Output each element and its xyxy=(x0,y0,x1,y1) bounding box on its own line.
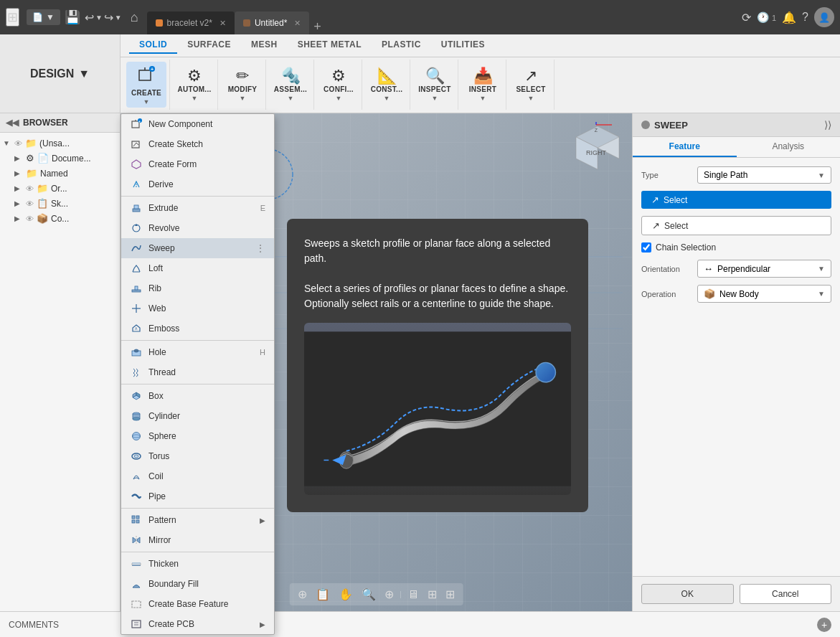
menu-item-pipe[interactable]: Pipe xyxy=(121,486,274,506)
ok-button[interactable]: OK xyxy=(641,584,734,604)
autom-button[interactable]: ⚙ AUTOM... ▼ xyxy=(174,62,214,108)
path-select-button[interactable]: ↗ Select xyxy=(641,216,831,235)
notification-button[interactable]: 🔔 xyxy=(782,11,796,24)
type-dropdown[interactable]: Single Path ▼ xyxy=(697,166,831,184)
menu-item-sphere[interactable]: Sphere xyxy=(121,426,274,446)
canvas-button[interactable]: ⊞ xyxy=(443,586,458,603)
select-button[interactable]: ↗ SELECT ▼ xyxy=(511,62,551,108)
help-button[interactable]: ? xyxy=(802,11,808,24)
menu-item-sweep[interactable]: Sweep ⋮ xyxy=(121,238,274,258)
view-cube[interactable]: RIGHT Z xyxy=(569,119,626,176)
menu-item-cylinder[interactable]: Cylinder xyxy=(121,406,274,426)
sub-tab-utilities[interactable]: UTILITIES xyxy=(431,37,495,54)
new-tab-button[interactable]: + xyxy=(309,19,326,34)
create-sketch-label: Create Sketch xyxy=(148,139,265,149)
tab-bracelet[interactable]: bracelet v2* ✕ xyxy=(147,11,235,34)
inspect-button[interactable]: 🔍 INSPECT ▼ xyxy=(415,62,455,108)
menu-item-thread[interactable]: Thread xyxy=(121,362,274,382)
root-eye[interactable]: 👁 xyxy=(14,139,22,148)
menu-item-boundary-fill[interactable]: Boundary Fill xyxy=(121,574,274,594)
origin-eye[interactable]: 👁 xyxy=(26,184,34,193)
grid-icon[interactable]: ⊞ xyxy=(6,8,19,27)
tree-item-document[interactable]: ▶ ⚙ 📄 Docume... xyxy=(0,151,120,166)
zoom-button[interactable]: 🔍 xyxy=(359,586,379,603)
redo-button[interactable]: ↪ xyxy=(104,11,113,24)
add-comment-button[interactable]: + xyxy=(817,618,831,632)
save-button[interactable]: 💾 xyxy=(65,9,80,25)
menu-item-mirror[interactable]: Mirror xyxy=(121,530,274,550)
orbit-button[interactable]: ⊕ xyxy=(295,586,310,603)
file-button[interactable]: 📄 ▼ xyxy=(27,9,60,25)
avatar[interactable]: 👤 xyxy=(814,7,834,27)
menu-item-derive[interactable]: Derive xyxy=(121,174,274,194)
sketch-eye[interactable]: 👁 xyxy=(26,199,34,208)
menu-item-create-form[interactable]: Create Form xyxy=(121,154,274,174)
tree-item-origin[interactable]: ▶ 👁 📁 Or... xyxy=(0,181,120,196)
menu-item-new-component[interactable]: + New Component xyxy=(121,114,274,134)
component-eye[interactable]: 👁 xyxy=(26,214,34,223)
redo-arrow[interactable]: ▼ xyxy=(115,11,122,24)
tab-untitled-close[interactable]: ✕ xyxy=(294,19,301,28)
tree-item-sketch[interactable]: ▶ 👁 📋 Sk... xyxy=(0,196,120,211)
menu-item-torus[interactable]: Torus xyxy=(121,446,274,466)
chain-checkbox[interactable] xyxy=(641,242,651,253)
modify-button[interactable]: ✏ MODIFY ▼ xyxy=(222,62,263,108)
menu-item-coil[interactable]: Coil xyxy=(121,466,274,486)
pattern-label: Pattern xyxy=(148,515,254,525)
menu-item-web[interactable]: Web xyxy=(121,298,274,318)
browser-toggle[interactable]: ◀◀ xyxy=(6,118,19,128)
sub-tab-solid[interactable]: SOLID xyxy=(129,37,177,54)
home-button[interactable]: ⌂ xyxy=(126,7,143,28)
pan-button[interactable]: 📋 xyxy=(313,586,333,603)
sweep-tab-feature[interactable]: Feature xyxy=(633,137,737,157)
tree-item-named[interactable]: ▶ 📁 Named xyxy=(0,166,120,181)
menu-item-pattern[interactable]: Pattern ▶ xyxy=(121,510,274,530)
sub-tab-sheet-metal[interactable]: SHEET METAL xyxy=(288,37,372,54)
sub-tab-surface[interactable]: SURFACE xyxy=(177,37,241,54)
sub-tab-mesh[interactable]: MESH xyxy=(241,37,288,54)
menu-item-create-pcb[interactable]: Create PCB ▶ xyxy=(121,614,274,634)
orientation-icon: ↔ xyxy=(704,263,713,274)
sweep-tab-analysis[interactable]: Analysis xyxy=(737,137,841,157)
menu-item-create-base[interactable]: Create Base Feature xyxy=(121,594,274,614)
config-button[interactable]: ⚙ CONFI... ▼ xyxy=(318,62,359,108)
operation-dropdown[interactable]: 📦 New Body ▼ xyxy=(697,285,831,303)
menu-item-revolve[interactable]: Revolve xyxy=(121,218,274,238)
look-button[interactable]: ✋ xyxy=(336,586,356,603)
menu-item-loft[interactable]: Loft xyxy=(121,258,274,278)
undo-button[interactable]: ↩ xyxy=(85,11,94,24)
sub-tab-plastic[interactable]: PLASTIC xyxy=(372,37,431,54)
tree-item-component[interactable]: ▶ 👁 📦 Co... xyxy=(0,211,120,226)
zoom-extent-button[interactable]: ⊕ xyxy=(382,586,397,603)
menu-item-extrude[interactable]: Extrude E xyxy=(121,198,274,218)
assem-button[interactable]: 🔩 ASSEM... ▼ xyxy=(270,62,311,108)
profile-select-button[interactable]: ↗ Select xyxy=(641,191,831,209)
undo-arrow[interactable]: ▼ xyxy=(95,11,103,24)
tree-item-root[interactable]: ▼ 👁 📁 (Unsa... xyxy=(0,136,120,151)
menu-item-hole[interactable]: Hole H xyxy=(121,342,274,362)
sweep-footer: OK Cancel xyxy=(633,576,840,611)
separator-1 xyxy=(121,196,274,197)
coil-label: Coil xyxy=(148,471,265,481)
effects-button[interactable]: ⊞ xyxy=(425,586,440,603)
insert-button[interactable]: 📥 INSERT ▼ xyxy=(463,62,503,108)
orientation-dropdown[interactable]: ↔ Perpendicular ▼ xyxy=(697,260,831,278)
menu-item-box[interactable]: Box xyxy=(121,386,274,406)
tooltip-line2: Select a series of profiles or planar fa… xyxy=(304,281,571,311)
const-button[interactable]: 📐 CONST... ▼ xyxy=(367,62,407,108)
sweep-expand[interactable]: ⟩⟩ xyxy=(824,119,831,131)
menu-item-create-sketch[interactable]: Create Sketch xyxy=(121,134,274,154)
tab-bracelet-close[interactable]: ✕ xyxy=(220,19,226,28)
refresh-button[interactable]: ⟳ xyxy=(742,11,751,24)
menu-item-thicken[interactable]: Thicken xyxy=(121,554,274,574)
menu-item-rib[interactable]: Rib xyxy=(121,278,274,298)
clock-button[interactable]: 🕐 1 xyxy=(757,11,776,23)
create-button[interactable]: + CREATE ▼ xyxy=(126,62,166,108)
design-button[interactable]: DESIGN ▼ xyxy=(0,34,121,113)
menu-item-emboss[interactable]: A Emboss xyxy=(121,318,274,339)
display-button[interactable]: 🖥 xyxy=(405,587,422,603)
sweep-more[interactable]: ⋮ xyxy=(255,242,265,254)
cancel-button[interactable]: Cancel xyxy=(740,584,832,604)
const-arrow: ▼ xyxy=(384,95,390,102)
tab-untitled[interactable]: Untitled* ✕ xyxy=(235,11,309,34)
